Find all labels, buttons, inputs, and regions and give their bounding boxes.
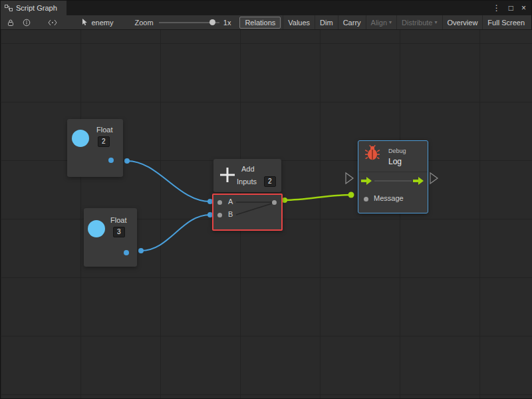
add-node-header[interactable]: Add Inputs 2 bbox=[213, 159, 281, 192]
script-graph-window: Script Graph ⋮ □ × bbox=[0, 0, 532, 399]
relations-button[interactable]: Relations bbox=[239, 17, 281, 29]
flow-in-arrow-icon[interactable] bbox=[361, 177, 372, 185]
flow-input-triangle-icon[interactable] bbox=[346, 173, 353, 184]
inputs-label: Inputs bbox=[237, 178, 257, 186]
zoom-scale-label: 1x bbox=[223, 19, 231, 27]
code-view-button[interactable] bbox=[45, 16, 61, 29]
wire-add-to-debug[interactable] bbox=[285, 195, 351, 200]
wire-float1-to-add-a[interactable] bbox=[127, 161, 210, 201]
inputs-count-field[interactable]: 2 bbox=[264, 176, 276, 187]
window-maximize-icon[interactable]: □ bbox=[509, 3, 513, 13]
input-port-b[interactable] bbox=[217, 213, 222, 217]
zoom-slider[interactable] bbox=[159, 17, 219, 29]
node-title: Add bbox=[241, 165, 255, 173]
sum-output-port[interactable] bbox=[272, 200, 277, 205]
float-type-circle-icon bbox=[88, 220, 105, 237]
float-type-circle-icon bbox=[72, 130, 89, 147]
zoom-label: Zoom bbox=[134, 19, 153, 27]
zoom-slider-thumb[interactable] bbox=[209, 19, 215, 25]
add-node-ports[interactable]: A B bbox=[212, 194, 283, 231]
wire-endpoint-dot[interactable] bbox=[124, 158, 130, 164]
node-title: Float bbox=[110, 216, 126, 224]
float-value-field[interactable]: 3 bbox=[113, 227, 125, 237]
info-button[interactable] bbox=[19, 16, 35, 29]
node-title: Float bbox=[96, 126, 112, 134]
distribute-label: Distribute bbox=[402, 19, 432, 27]
graph-reference[interactable]: enemy bbox=[82, 19, 113, 27]
wire-endpoint-dot[interactable] bbox=[348, 192, 354, 198]
plus-icon bbox=[219, 166, 236, 185]
dropdown-caret-icon: ▾ bbox=[389, 20, 392, 25]
carry-button[interactable]: Carry bbox=[338, 15, 366, 29]
tab-script-graph[interactable]: Script Graph bbox=[1, 1, 66, 15]
input-port-a[interactable] bbox=[217, 200, 222, 205]
wire-endpoint-dot[interactable] bbox=[138, 248, 144, 253]
distribute-button[interactable]: Distribute ▾ bbox=[396, 15, 442, 29]
flow-output-triangle-icon[interactable] bbox=[430, 173, 438, 184]
float-node-2[interactable]: Float 3 bbox=[84, 208, 137, 267]
lock-button[interactable] bbox=[3, 16, 19, 29]
wire-float2-to-add-b[interactable] bbox=[141, 215, 210, 251]
graph-name-label: enemy bbox=[91, 19, 113, 27]
graph-canvas[interactable]: Float 2 Float 3 Add Inputs 2 bbox=[1, 30, 532, 398]
window-menu-icon[interactable]: ⋮ bbox=[493, 3, 501, 13]
flow-out-arrow-icon[interactable] bbox=[413, 177, 424, 185]
overview-button[interactable]: Overview bbox=[442, 15, 483, 29]
align-label: Align bbox=[371, 19, 387, 27]
flow-arrows bbox=[358, 172, 428, 189]
lock-icon bbox=[7, 19, 15, 27]
align-button[interactable]: Align ▾ bbox=[366, 15, 396, 29]
float-value-field[interactable]: 2 bbox=[98, 136, 110, 147]
cursor-icon bbox=[82, 19, 88, 26]
code-brackets-icon bbox=[48, 19, 57, 26]
float-node-1[interactable]: Float 2 bbox=[67, 119, 123, 177]
dropdown-caret-icon: ▾ bbox=[435, 20, 438, 25]
tab-label: Script Graph bbox=[16, 4, 57, 12]
graph-icon bbox=[5, 4, 13, 12]
relation-lines bbox=[213, 195, 281, 229]
bug-icon bbox=[364, 145, 380, 162]
titlebar: Script Graph ⋮ □ × bbox=[1, 1, 531, 15]
info-icon bbox=[23, 19, 31, 27]
float-output-port[interactable] bbox=[108, 158, 114, 163]
port-b-label: B bbox=[228, 210, 233, 218]
window-controls: ⋮ □ × bbox=[493, 1, 531, 15]
node-title: Log bbox=[388, 157, 402, 166]
window-close-icon[interactable]: × bbox=[521, 3, 526, 13]
dim-button[interactable]: Dim bbox=[315, 15, 338, 29]
flow-ports-row bbox=[358, 172, 428, 189]
message-label: Message bbox=[374, 194, 404, 202]
wire-endpoint-dot[interactable] bbox=[282, 198, 287, 203]
message-port-row: Message bbox=[358, 192, 428, 209]
float-output-port[interactable] bbox=[124, 250, 129, 255]
values-button[interactable]: Values bbox=[283, 15, 315, 29]
debug-log-node[interactable]: Debug Log Message bbox=[358, 140, 428, 213]
full-screen-button[interactable]: Full Screen bbox=[482, 15, 529, 29]
toolbar: enemy Zoom 1x Relations Values Dim Carry… bbox=[1, 15, 531, 30]
message-input-port[interactable] bbox=[364, 197, 368, 201]
port-a-label: A bbox=[228, 198, 233, 205]
node-category: Debug bbox=[388, 148, 406, 154]
